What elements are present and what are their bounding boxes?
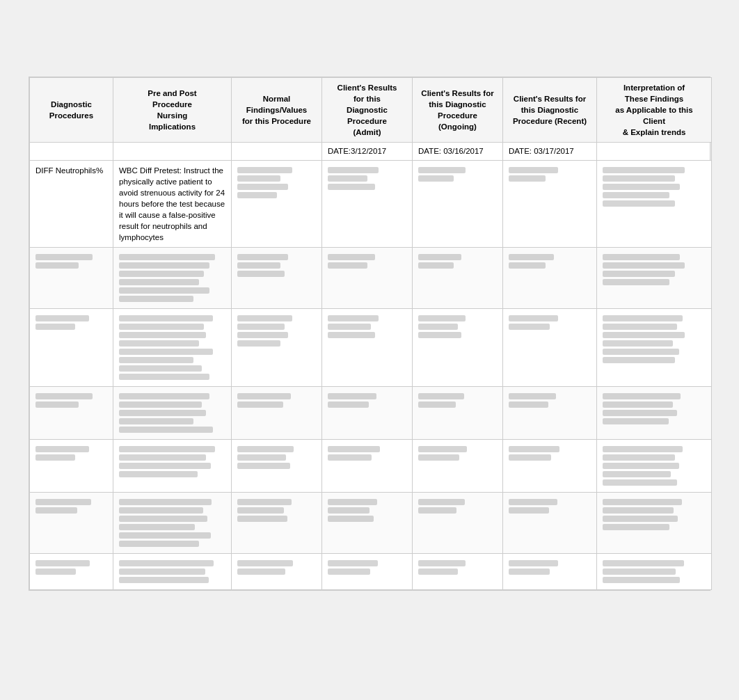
cell-admit-6 xyxy=(322,493,413,554)
cell-interpret-5 xyxy=(597,440,712,493)
cell-ongoing-5 xyxy=(413,440,503,493)
cell-procedure-7 xyxy=(30,554,113,590)
cell-normal-3 xyxy=(232,309,322,387)
cell-ongoing-6 xyxy=(413,493,503,554)
cell-recent-6 xyxy=(503,493,597,554)
cell-nursing-5 xyxy=(113,440,232,493)
date-col5-ongoing: DATE: 03/16/2017 xyxy=(413,143,503,160)
cell-normal-6 xyxy=(232,493,322,554)
cell-nursing-4 xyxy=(113,387,232,440)
cell-recent-1 xyxy=(503,160,597,248)
cell-normal-2 xyxy=(232,248,322,309)
cell-recent-4 xyxy=(503,387,597,440)
cell-interpret-7 xyxy=(597,554,712,590)
cell-ongoing-4 xyxy=(413,387,503,440)
cell-admit-5 xyxy=(322,440,413,493)
cell-recent-3 xyxy=(503,309,597,387)
cell-admit-4 xyxy=(322,387,413,440)
cell-interpret-4 xyxy=(597,387,712,440)
cell-procedure-4 xyxy=(30,387,113,440)
cell-normal-1 xyxy=(232,160,322,248)
header-col4: Client's Results for this Diagnostic Pro… xyxy=(322,78,413,143)
header-col1: Diagnostic Procedures xyxy=(30,78,113,143)
cell-nursing-2 xyxy=(113,248,232,309)
cell-recent-7 xyxy=(503,554,597,590)
cell-admit-2 xyxy=(322,248,413,309)
table-row xyxy=(30,248,712,309)
cell-nursing-3 xyxy=(113,309,232,387)
table-row xyxy=(30,309,712,387)
header-col2: Pre and Post Procedure Nursing Implicati… xyxy=(113,78,232,143)
cell-recent-5 xyxy=(503,440,597,493)
cell-normal-7 xyxy=(232,554,322,590)
date-col7 xyxy=(597,143,712,160)
cell-nursing-1: WBC Diff Pretest: Instruct the physicall… xyxy=(113,160,232,248)
cell-nursing-6 xyxy=(113,493,232,554)
header-col6: Client's Results for this Diagnostic Pro… xyxy=(503,78,597,143)
header-col3: Normal Findings/Values for this Procedur… xyxy=(232,78,322,143)
cell-admit-1 xyxy=(322,160,413,248)
date-col6-recent: DATE: 03/17/2017 xyxy=(503,143,597,160)
date-col2 xyxy=(113,143,232,160)
cell-normal-4 xyxy=(232,387,322,440)
cell-procedure-1: DIFF Neutrophils% xyxy=(30,160,113,248)
cell-admit-7 xyxy=(322,554,413,590)
main-table-wrapper: Diagnostic Procedures Pre and Post Proce… xyxy=(29,77,710,591)
table-row xyxy=(30,387,712,440)
date-col4-admit: DATE:3/12/2017 xyxy=(322,143,413,160)
cell-interpret-6 xyxy=(597,493,712,554)
table-row xyxy=(30,493,712,554)
header-row: Diagnostic Procedures Pre and Post Proce… xyxy=(30,78,712,143)
table-row: DIFF Neutrophils% WBC Diff Pretest: Inst… xyxy=(30,160,712,248)
date-row: DATE:3/12/2017 DATE: 03/16/2017 DATE: 03… xyxy=(30,143,712,160)
date-col1 xyxy=(30,143,113,160)
cell-procedure-3 xyxy=(30,309,113,387)
header-col5: Client's Results for this Diagnostic Pro… xyxy=(413,78,503,143)
date-col3 xyxy=(232,143,322,160)
table-row xyxy=(30,554,712,590)
cell-ongoing-2 xyxy=(413,248,503,309)
header-col7: Interpretation of These Findings as Appl… xyxy=(597,78,712,143)
cell-normal-5 xyxy=(232,440,322,493)
cell-interpret-1 xyxy=(597,160,712,248)
table-row xyxy=(30,440,712,493)
cell-interpret-2 xyxy=(597,248,712,309)
cell-ongoing-1 xyxy=(413,160,503,248)
cell-nursing-7 xyxy=(113,554,232,590)
diagnostic-table: Diagnostic Procedures Pre and Post Proce… xyxy=(29,77,712,590)
cell-procedure-2 xyxy=(30,248,113,309)
cell-ongoing-7 xyxy=(413,554,503,590)
cell-procedure-6 xyxy=(30,493,113,554)
cell-ongoing-3 xyxy=(413,309,503,387)
cell-interpret-3 xyxy=(597,309,712,387)
cell-procedure-5 xyxy=(30,440,113,493)
cell-recent-2 xyxy=(503,248,597,309)
cell-admit-3 xyxy=(322,309,413,387)
